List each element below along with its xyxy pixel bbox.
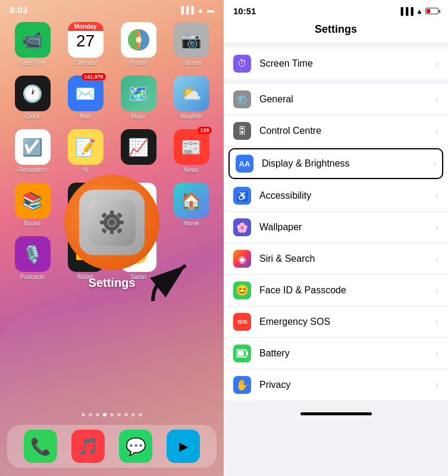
status-bar-left: 8:03 ▐▐▐ ▲ ▬ [0, 0, 224, 17]
app-photos[interactable]: Photos [114, 22, 162, 66]
row-controlcentre[interactable]: 🎛 Control Centre › [224, 115, 448, 147]
dot-7 [124, 413, 128, 416]
time-right: 10:51 [233, 6, 256, 16]
app-reminders[interactable]: ☑️ Reminders [8, 129, 57, 173]
privacy-icon: ✋ [233, 376, 251, 394]
podcasts-icon: 🎙️ [15, 236, 51, 272]
wallpaper-label: Wallpaper [259, 222, 431, 233]
row-siri[interactable]: ◉ Siri & Search › [224, 243, 448, 275]
dot-3 [96, 413, 99, 416]
svg-rect-7 [110, 230, 114, 234]
weather-icon: ⛅ [174, 76, 209, 111]
clock-label: Clock [25, 113, 40, 120]
general-label: General [259, 94, 431, 105]
home-icon: 🏠 [174, 183, 209, 218]
svg-rect-9 [119, 221, 124, 224]
notes-icon: 📝 [68, 129, 104, 165]
app-stocks[interactable]: 📈 [114, 129, 162, 173]
svg-point-5 [109, 220, 115, 226]
dock-music[interactable]: 🎵 [71, 430, 105, 463]
row-screentime[interactable]: ⏱ Screen Time › [224, 48, 448, 79]
news-icon: 📰 128 [174, 129, 209, 165]
faceid-chevron: › [436, 286, 438, 295]
app-facetime[interactable]: 📹 FaceTime [8, 22, 57, 66]
weather-label: Weather [180, 113, 203, 120]
notes-label: N [83, 167, 87, 173]
app-weather[interactable]: ⛅ Weather [167, 76, 215, 120]
books-icon: 📚 [15, 183, 51, 218]
dot-1 [82, 413, 85, 416]
status-bar-right: 10:51 ▐▐▐ ▲ [224, 0, 448, 20]
siri-icon: ◉ [233, 250, 251, 268]
dock-whatsapp[interactable]: 💬 [119, 430, 152, 463]
svg-rect-17 [246, 352, 248, 355]
podcasts-label: Podcasts [20, 274, 45, 280]
row-sos[interactable]: SOS Emergency SOS › [224, 306, 448, 338]
sos-label: Emergency SOS [259, 317, 431, 327]
app-grid-row3: ☑️ Reminders 📝 N 📈 📰 128 News [0, 124, 224, 178]
accessibility-icon: ♿ [233, 187, 251, 205]
wifi-icon: ▲ [197, 6, 204, 14]
wallpaper-icon: 🌸 [233, 218, 251, 236]
status-icons-left: ▐▐▐ ▲ ▬ [179, 6, 214, 14]
app-home[interactable]: 🏠 Home [167, 183, 215, 227]
display-chevron: › [433, 159, 436, 168]
app-notes[interactable]: 📝 N [61, 129, 109, 173]
app-mail[interactable]: ✉️ 141,976 Mail [61, 76, 109, 120]
app-clock[interactable]: 🕐 Clock [8, 76, 57, 120]
wallpaper-chevron: › [436, 223, 438, 232]
controlcentre-icon: 🎛 [233, 122, 251, 140]
battery-label: Battery [259, 348, 431, 359]
signal-icon: ▐▐▐ [179, 6, 195, 14]
bottom-indicator [224, 405, 448, 422]
screentime-icon: ⏱ [233, 55, 251, 73]
app-camera[interactable]: 📷 Camera [167, 22, 215, 66]
app-calendar[interactable]: Monday 27 Calendar [61, 22, 109, 66]
arrow-pointer [141, 248, 195, 315]
app-maps[interactable]: 🗺️ Maps [114, 76, 162, 120]
settings-header: Settings [224, 20, 448, 43]
dot-6 [117, 413, 121, 416]
mail-icon: ✉️ 141,976 [68, 76, 104, 111]
app-news[interactable]: 📰 128 News [167, 129, 215, 173]
camera-label: Camera [181, 60, 202, 66]
app-grid-row1: 📹 FaceTime Monday 27 Calendar [0, 17, 224, 71]
sos-chevron: › [436, 317, 438, 327]
settings-overlay-label: Settings [89, 276, 136, 290]
controlcentre-label: Control Centre [259, 126, 431, 136]
photos-icon [121, 22, 156, 58]
accessibility-chevron: › [436, 191, 438, 201]
row-privacy[interactable]: ✋ Privacy › [224, 369, 448, 400]
calendar-icon: Monday 27 [68, 22, 104, 58]
page-dots [0, 413, 224, 416]
app-podcasts[interactable]: 🎙️ Podcasts [8, 236, 57, 280]
home-indicator [300, 412, 372, 415]
dock-prime[interactable]: ▶ [167, 430, 200, 463]
stocks-icon: 📈 [121, 129, 156, 165]
home-label: Home [183, 220, 199, 227]
dock-phone[interactable]: 📞 [24, 430, 57, 463]
faceid-label: Face ID & Passcode [259, 285, 431, 296]
camera-icon: 📷 [174, 22, 209, 58]
dot-8 [131, 413, 135, 416]
news-label: News [184, 167, 199, 173]
controlcentre-chevron: › [436, 126, 438, 136]
row-battery[interactable]: Battery › [224, 338, 448, 369]
app-books[interactable]: 📚 Books [8, 183, 57, 227]
maps-label: Maps [131, 113, 145, 120]
dot-5 [110, 413, 114, 416]
row-general[interactable]: ⚙️ General › [224, 84, 448, 115]
privacy-chevron: › [436, 380, 438, 390]
row-display[interactable]: AA Display & Brightness › [228, 148, 443, 179]
row-faceid[interactable]: 😊 Face ID & Passcode › [224, 275, 448, 306]
battery-row-icon [233, 345, 251, 362]
dot-4 [103, 413, 106, 416]
battery-icon-left: ▬ [207, 6, 214, 14]
svg-point-1 [136, 37, 142, 43]
row-wallpaper[interactable]: 🌸 Wallpaper › [224, 212, 448, 243]
mail-label: Mail [80, 113, 90, 120]
battery-indicator [425, 8, 438, 14]
section-screentime: ⏱ Screen Time › [224, 48, 448, 79]
app-grid-row2: 🕐 Clock ✉️ 141,976 Mail 🗺️ Maps ⛅ Weathe… [0, 71, 224, 124]
row-accessibility[interactable]: ♿ Accessibility › [224, 180, 448, 212]
